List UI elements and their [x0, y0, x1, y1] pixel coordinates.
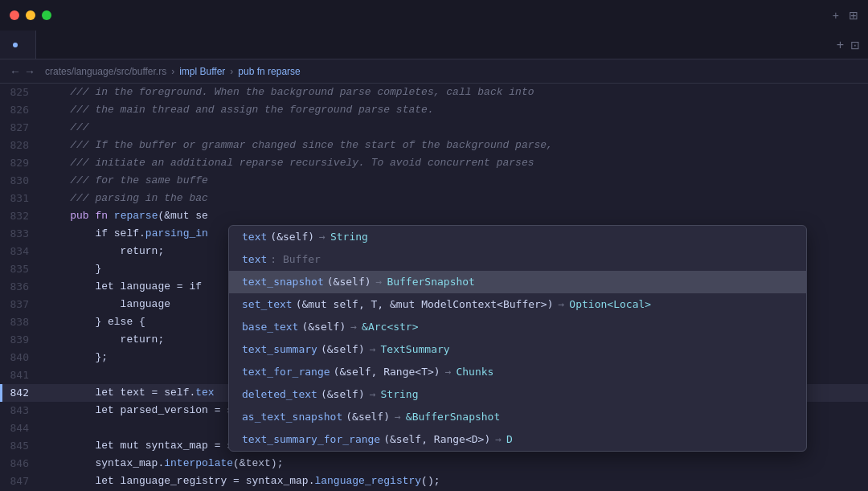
ac-params: (&self) — [270, 228, 314, 246]
plain-token: let parsed_version = self. — [45, 404, 258, 416]
breadcrumb-fn[interactable]: pub fn reparse — [238, 66, 300, 77]
ac-params: (&self, Range<T>) — [334, 363, 440, 381]
line-number: 828 — [0, 137, 42, 154]
ac-arrow: → — [445, 363, 452, 381]
back-button[interactable]: ← — [10, 65, 21, 78]
comment-token: /// — [45, 121, 89, 133]
editor: 825 /// in the foreground. When the back… — [0, 84, 868, 491]
keyword-token: pub fn — [45, 210, 114, 222]
line-number: 833 — [0, 225, 42, 243]
minimize-button[interactable] — [26, 10, 35, 20]
line-number: 846 — [0, 455, 42, 473]
ac-params: (&mut self, T, &mut ModelContext<Buffer>… — [296, 296, 554, 313]
plain-token: return; — [45, 333, 164, 346]
maximize-button[interactable] — [42, 10, 51, 20]
line-content: pub fn reparse(&mut se — [42, 207, 868, 225]
line-number: 842 — [0, 384, 42, 402]
line-content: /// the main thread and assign the foreg… — [42, 101, 868, 119]
line-number: 826 — [0, 101, 42, 119]
line-content: let language_registry = syntax_map.langu… — [42, 473, 868, 490]
plain-token: language — [45, 298, 170, 310]
breadcrumb: ← → crates/language/src/buffer.rs › impl… — [0, 59, 868, 84]
ac-params: (&self) — [346, 408, 390, 426]
fn-token: parsing_in — [145, 227, 208, 239]
autocomplete-item[interactable]: text(&self) → String — [229, 226, 806, 248]
line-content: syntax_map.interpolate(&text); — [42, 455, 868, 473]
autocomplete-item[interactable]: text_summary_for_range(&self, Range<D>) … — [229, 428, 806, 451]
line-number: 838 — [0, 313, 42, 331]
line-number: 830 — [0, 172, 42, 190]
panel-icon[interactable]: ⊡ — [850, 39, 860, 51]
line-content: /// in the foreground. When the backgrou… — [42, 84, 868, 101]
fn-token: language_registry — [314, 475, 421, 487]
table-row: 829 /// initiate an additional reparse r… — [0, 154, 868, 172]
line-number: 840 — [0, 349, 42, 366]
ac-params: (&self) — [301, 318, 346, 336]
autocomplete-item[interactable]: deleted_text(&self) → String — [229, 383, 806, 406]
traffic-lights — [10, 10, 51, 20]
table-row: 832 pub fn reparse(&mut se — [0, 207, 868, 225]
autocomplete-dropdown[interactable]: text(&self) → Stringtext: Buffertext_sna… — [228, 225, 807, 452]
punct-token: (&mut se — [158, 210, 207, 222]
layout-icon[interactable]: ⊞ — [849, 9, 858, 22]
ac-arrow: → — [370, 341, 376, 358]
table-row: 828 /// If the buffer or grammar changed… — [0, 137, 868, 154]
code-area[interactable]: 825 /// in the foreground. When the back… — [0, 84, 868, 491]
tab-buffer-rs[interactable] — [0, 31, 36, 59]
ac-params: (&self) — [321, 386, 365, 403]
ac-fn-name: text_for_range — [242, 363, 330, 381]
autocomplete-item[interactable]: set_text(&mut self, T, &mut ModelContext… — [229, 293, 806, 316]
line-number: 829 — [0, 154, 42, 172]
line-number: 831 — [0, 190, 42, 207]
breadcrumb-sep-2: › — [230, 66, 233, 77]
breadcrumb-path[interactable]: crates/language/src/buffer.rs — [45, 66, 166, 77]
ac-fn-name: text — [242, 228, 267, 246]
line-number: 834 — [0, 243, 42, 260]
ac-fn-name: text — [242, 251, 267, 268]
plain-token: syntax_map. — [45, 457, 164, 469]
new-tab-icon[interactable]: + — [833, 9, 839, 22]
line-content: /// parsing in the bac — [42, 190, 868, 207]
plain-token: } — [45, 263, 101, 275]
autocomplete-item[interactable]: as_text_snapshot(&self) → &BufferSnapsho… — [229, 406, 806, 428]
line-number: 836 — [0, 278, 42, 296]
comment-token: /// initiate an additional reparse recur… — [45, 157, 534, 169]
table-row: 825 /// in the foreground. When the back… — [0, 84, 868, 101]
line-number: 827 — [0, 119, 42, 137]
ac-fn-name: text_summary_for_range — [242, 431, 380, 448]
ac-arrow: → — [559, 296, 565, 313]
plain-token: let language = if — [45, 280, 208, 293]
autocomplete-item[interactable]: text_summary(&self) → TextSummary — [229, 338, 806, 361]
breadcrumb-impl[interactable]: impl Buffer — [179, 66, 225, 77]
titlebar-actions: + ⊞ — [833, 9, 858, 22]
table-row: 847 let language_registry = syntax_map.l… — [0, 473, 868, 490]
forward-button[interactable]: → — [24, 65, 35, 78]
ac-arrow: → — [376, 273, 383, 291]
plain-token: (&text); — [233, 457, 283, 469]
autocomplete-item[interactable]: text_for_range(&self, Range<T>) → Chunks — [229, 361, 806, 383]
ac-return-type: D — [506, 431, 513, 448]
plain-token: } else { — [45, 316, 145, 328]
ac-arrow: → — [350, 318, 357, 336]
table-row: 826 /// the main thread and assign the f… — [0, 101, 868, 119]
autocomplete-item[interactable]: text_snapshot(&self) → BufferSnapshot — [229, 271, 806, 293]
plain-token: if self. — [45, 227, 145, 239]
line-number: 832 — [0, 207, 42, 225]
ac-return-type: Chunks — [456, 363, 493, 381]
comment-token: /// If the buffer or grammar changed sin… — [45, 139, 553, 151]
autocomplete-item[interactable]: text: Buffer — [229, 248, 806, 271]
fn-token: interpolate — [164, 457, 233, 469]
close-button[interactable] — [10, 10, 19, 20]
plain-token: return; — [45, 245, 164, 257]
ac-return-type: &Arc<str> — [362, 318, 418, 336]
ac-fn-name: deleted_text — [242, 386, 317, 403]
tabbar: + ⊡ — [0, 31, 868, 59]
ac-fn-name: base_text — [242, 318, 298, 336]
plain-token: let language_registry = syntax_map. — [45, 475, 314, 487]
autocomplete-item[interactable]: base_text(&self) → &Arc<str> — [229, 316, 806, 338]
line-number: 844 — [0, 419, 42, 437]
tabbar-spacer — [36, 31, 829, 59]
plain-token: (); — [421, 475, 440, 487]
split-icon[interactable]: + — [837, 38, 844, 52]
line-number: 835 — [0, 260, 42, 278]
